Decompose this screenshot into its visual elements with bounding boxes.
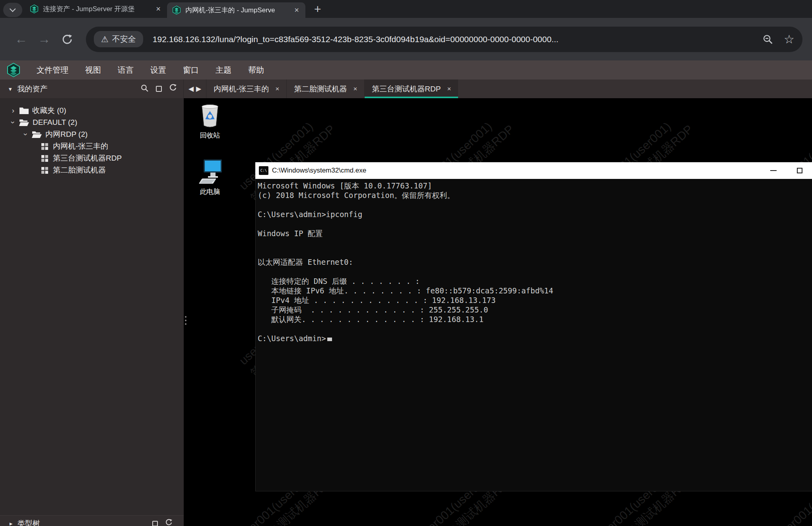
refresh-icon[interactable] <box>169 84 177 94</box>
chevron-down-icon <box>10 6 16 12</box>
desktop-icon-label: 回收站 <box>200 132 220 139</box>
security-label: 不安全 <box>112 34 136 45</box>
search-icon[interactable] <box>140 84 149 94</box>
tab-search-button[interactable] <box>3 3 22 17</box>
session-tab-1[interactable]: 内网机-张三丰的 × <box>206 80 286 98</box>
session-tab-2[interactable]: 第二胎测试机器 × <box>286 80 364 98</box>
tree-asset-1[interactable]: 内网机-张三丰的 <box>0 140 184 152</box>
collapse-panel-icon[interactable] <box>156 86 162 92</box>
assets-panel-header[interactable]: ▾ 我的资产 <box>0 80 184 98</box>
back-button[interactable]: ← <box>10 32 33 47</box>
address-bar[interactable]: ⚠ 不安全 192.168.126.132/luna/?login_to=c83… <box>86 27 802 52</box>
type-tree-panel-header[interactable]: ▸ 类型树 <box>0 515 184 526</box>
cmd-titlebar[interactable]: C:\ C:\Windows\system32\cmd.exe <box>255 162 812 179</box>
tree-asset-3[interactable]: 第二胎测试机器 <box>0 164 184 176</box>
screen: 连接资产 - JumpServer 开源堡 × 内网机-张三丰的 - JumpS… <box>0 0 812 526</box>
session-tab-label: 第二胎测试机器 <box>294 84 347 94</box>
browser-tabstrip: 连接资产 - JumpServer 开源堡 × 内网机-张三丰的 - JumpS… <box>0 0 812 18</box>
zoom-out-icon[interactable] <box>762 34 773 45</box>
scroll-tabs-right-icon[interactable]: ▶ <box>196 85 201 93</box>
folder-icon <box>19 107 29 115</box>
tree-node-label: 内网RDP (2) <box>45 129 87 140</box>
folder-open-icon <box>32 130 42 138</box>
tree-node-label: 第三台测试机器RDP <box>53 153 122 163</box>
bookmark-star-icon[interactable]: ☆ <box>784 32 795 46</box>
close-icon[interactable]: × <box>153 4 163 14</box>
terminal-line: 以太网适配器 Ethernet0: <box>258 257 812 267</box>
tab-title: 内网机-张三丰的 - JumpServe <box>185 6 292 15</box>
tab-title: 连接资产 - JumpServer 开源堡 <box>43 4 153 14</box>
menu-language[interactable]: 语言 <box>118 65 134 76</box>
folder-open-icon <box>19 118 29 126</box>
terminal-line: Windows IP 配置 <box>258 229 812 238</box>
this-pc-icon[interactable]: 此电脑 <box>191 159 229 196</box>
browser-tab-luna-session[interactable]: 内网机-张三丰的 - JumpServe × <box>167 2 305 18</box>
close-icon[interactable]: × <box>292 6 301 15</box>
cmd-terminal[interactable]: Microsoft Windows [版本 10.0.17763.107] (c… <box>255 179 812 491</box>
terminal-cursor <box>327 338 332 341</box>
terminal-line: Microsoft Windows [版本 10.0.17763.107] <box>258 181 812 190</box>
session-tab-scroller: ◀ ▶ <box>184 80 206 98</box>
assets-panel-title: 我的资产 <box>17 84 48 94</box>
tree-node-favorites[interactable]: › 收藏夹 (0) <box>0 105 184 116</box>
splitter-handle[interactable] <box>185 316 186 325</box>
terminal-line <box>258 200 812 210</box>
luna-menubar: 文件管理 视图 语言 设置 窗口 主题 帮助 <box>0 60 812 80</box>
reload-button[interactable] <box>56 33 79 45</box>
menu-view[interactable]: 视图 <box>85 65 101 76</box>
menu-settings[interactable]: 设置 <box>150 65 166 76</box>
menu-theme[interactable]: 主题 <box>216 65 231 76</box>
refresh-icon[interactable] <box>165 519 173 526</box>
terminal-line: 默认网关. . . . . . . . . . . . . : 192.168.… <box>258 314 812 324</box>
panel-tab-row: ▾ 我的资产 ◀ ▶ 内网机-张三丰的 × 第二胎测试机器 × <box>0 80 812 98</box>
windows-icon <box>41 155 48 162</box>
browser-toolbar: ← → ⚠ 不安全 192.168.126.132/luna/?login_to… <box>0 18 812 60</box>
terminal-line <box>258 238 812 248</box>
dropdown-icon: ▾ <box>9 85 12 93</box>
menu-help[interactable]: 帮助 <box>248 65 264 76</box>
assets-sidebar: › 收藏夹 (0) › DEFAULT (2) › <box>0 98 184 526</box>
terminal-prompt-line: C:\Users\admin> <box>258 334 812 343</box>
chevron-down-icon[interactable]: › <box>9 116 17 128</box>
rdp-canvas[interactable]: user001(user001)第三台测试机器RDP user001(user0… <box>184 98 812 526</box>
chevron-down-icon[interactable]: › <box>21 128 30 140</box>
cmd-icon: C:\ <box>259 166 268 175</box>
cmd-window[interactable]: C:\ C:\Windows\system32\cmd.exe Microsof… <box>255 162 812 491</box>
terminal-line: IPv4 地址 . . . . . . . . . . . . : 192.16… <box>258 295 812 305</box>
main-area: › 收藏夹 (0) › DEFAULT (2) › <box>0 98 812 526</box>
terminal-line: C:\Users\admin>ipconfig <box>258 210 812 219</box>
browser-tab-connect-assets[interactable]: 连接资产 - JumpServer 开源堡 × <box>25 0 167 18</box>
terminal-line: (c) 2018 Microsoft Corporation。保留所有权利。 <box>258 190 812 200</box>
menu-window[interactable]: 窗口 <box>183 65 199 76</box>
minimize-button[interactable] <box>760 162 787 179</box>
type-tree-title: 类型树 <box>17 518 40 526</box>
collapse-panel-icon[interactable] <box>152 521 158 526</box>
recycle-bin-icon[interactable]: 回收站 <box>191 104 229 140</box>
maximize-button[interactable] <box>787 162 812 179</box>
tree-asset-2[interactable]: 第三台测试机器RDP <box>0 152 184 164</box>
terminal-line: 连接特定的 DNS 后缀 . . . . . . . : <box>258 276 812 286</box>
tree-node-label: 第二胎测试机器 <box>53 165 106 175</box>
desktop-icon-label: 此电脑 <box>200 188 220 196</box>
terminal-line <box>258 324 812 334</box>
tree-node-label: 收藏夹 (0) <box>32 105 66 116</box>
tree-node-default[interactable]: › DEFAULT (2) <box>0 116 184 128</box>
tree-node-label: DEFAULT (2) <box>33 118 77 127</box>
session-tab-label: 内网机-张三丰的 <box>214 84 269 94</box>
close-icon[interactable]: × <box>447 85 451 93</box>
close-icon[interactable]: × <box>353 85 357 93</box>
security-chip[interactable]: ⚠ 不安全 <box>94 31 143 47</box>
terminal-line: 本地链接 IPv6 地址. . . . . . . . : fe80::b579… <box>258 286 812 295</box>
chevron-right-icon[interactable]: › <box>7 106 19 115</box>
new-tab-button[interactable]: + <box>311 2 324 17</box>
terminal-line <box>258 219 812 229</box>
session-tab-3-active[interactable]: 第三台测试机器RDP × <box>364 80 458 98</box>
tree-node-rdp-group[interactable]: › 内网RDP (2) <box>0 128 184 140</box>
windows-icon <box>41 143 48 150</box>
menu-file-manager[interactable]: 文件管理 <box>37 65 68 76</box>
scroll-tabs-left-icon[interactable]: ◀ <box>188 85 194 93</box>
terminal-line <box>258 248 812 257</box>
cmd-title-text: C:\Windows\system32\cmd.exe <box>272 167 366 175</box>
forward-button[interactable]: → <box>33 32 56 47</box>
close-icon[interactable]: × <box>275 85 279 93</box>
